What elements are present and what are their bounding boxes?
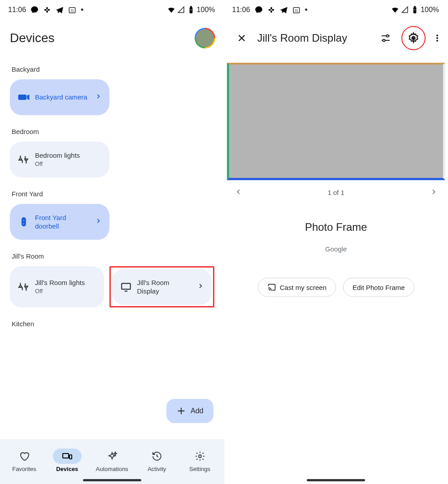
telegram-icon (280, 6, 288, 14)
signal-icon (401, 6, 409, 14)
chevron-right-icon (430, 188, 437, 195)
plus-icon (176, 406, 186, 416)
account-avatar[interactable] (195, 28, 215, 48)
telegram-icon (56, 6, 64, 14)
pager: 1 of 1 (224, 180, 448, 205)
calendar-icon: 31 (292, 6, 300, 14)
tile-state: Off (35, 160, 101, 168)
edit-photo-frame-button[interactable]: Edit Photo Frame (343, 278, 414, 297)
more-vert-icon (433, 34, 442, 43)
messenger-icon (255, 6, 263, 14)
tile-title: Jill's Room lights (35, 278, 96, 287)
status-bar: 11:06 31 • 100% (0, 0, 224, 17)
settings-button[interactable] (404, 29, 423, 48)
room-label-backyard: Backyard (12, 65, 214, 73)
home-indicator[interactable] (307, 479, 365, 481)
close-icon (237, 33, 247, 43)
nav-settings[interactable]: Settings (186, 449, 214, 472)
device-info: Photo Frame Google (224, 221, 448, 253)
device-detail-screen: 11:06 31 • 100% Jill's Room Display (224, 0, 448, 484)
messenger-icon (30, 6, 39, 14)
svg-rect-2 (47, 7, 48, 9)
room-label-frontyard: Front Yard (12, 190, 214, 198)
action-row: Cast my screen Edit Photo Frame (224, 278, 448, 297)
detail-header: Jill's Room Display (224, 17, 448, 56)
device-name: Photo Frame (224, 221, 448, 233)
header: Devices (0, 17, 224, 53)
camera-icon (18, 91, 30, 103)
heart-icon (19, 451, 30, 462)
nav-devices[interactable]: Devices (53, 449, 82, 472)
svg-rect-3 (47, 11, 48, 13)
calendar-icon: 31 (68, 6, 76, 14)
device-jills-room-lights[interactable]: Jill's Room lightsOff (10, 266, 104, 307)
svg-point-14 (199, 455, 201, 458)
svg-rect-7 (190, 6, 191, 7)
pager-prev[interactable] (235, 188, 242, 197)
tile-title: Bedroom lights (35, 151, 101, 160)
room-label-bedroom: Bedroom (12, 128, 214, 135)
slack-icon (267, 6, 275, 14)
svg-point-9 (23, 220, 24, 221)
clock: 11:06 (232, 6, 250, 14)
battery-icon (411, 6, 419, 14)
equalizer-button[interactable] (376, 29, 395, 48)
wifi-icon (391, 6, 399, 14)
add-button[interactable]: Add (166, 399, 213, 423)
detail-title: Jill's Room Display (257, 32, 370, 44)
sliders-icon (380, 33, 391, 43)
chevron-right-icon (197, 283, 204, 291)
room-label-kitchen: Kitchen (12, 320, 214, 328)
nav-favorites[interactable]: Favorites (10, 449, 39, 472)
display-icon (120, 281, 132, 293)
pager-next[interactable] (430, 188, 437, 197)
device-bedroom-lights[interactable]: Bedroom lightsOff (10, 142, 109, 177)
cast-screen-button[interactable]: Cast my screen (258, 278, 336, 297)
device-list[interactable]: Backyard Backyard camera Bedroom Bedroom… (0, 53, 224, 447)
page-title: Devices (10, 31, 55, 45)
devices-icon (62, 451, 73, 462)
battery-percent: 100% (421, 6, 439, 14)
highlight-annotation: Jill's Room Display (109, 266, 214, 307)
svg-point-27 (436, 37, 438, 39)
svg-rect-1 (48, 9, 50, 11)
device-backyard-camera[interactable]: Backyard camera (10, 79, 109, 115)
device-front-yard-doorbell[interactable]: Front Yard doorbell (10, 204, 109, 240)
svg-point-25 (412, 37, 415, 40)
signal-icon (177, 6, 185, 14)
svg-text:31: 31 (70, 9, 74, 12)
svg-rect-17 (270, 7, 272, 9)
svg-rect-16 (272, 9, 274, 11)
tile-state: Off (35, 288, 96, 295)
svg-text:31: 31 (295, 9, 298, 12)
svg-rect-13 (70, 455, 72, 459)
nav-activity[interactable]: Activity (143, 449, 171, 472)
camera-preview[interactable] (227, 63, 446, 180)
gear-icon (195, 451, 205, 462)
sparkle-icon (107, 451, 117, 462)
bottom-nav: Favorites Devices Automations Activity S… (0, 439, 224, 484)
devices-screen: 11:06 31 • 100% Devices Backyard (0, 0, 224, 484)
clock: 11:06 (8, 6, 26, 14)
device-jills-room-display[interactable]: Jill's Room Display (112, 269, 212, 305)
svg-rect-12 (63, 454, 69, 458)
home-indicator[interactable] (83, 479, 141, 481)
chevron-right-icon (95, 93, 101, 101)
overflow-menu-button[interactable] (432, 29, 443, 48)
svg-rect-22 (414, 6, 416, 7)
svg-rect-0 (44, 9, 47, 11)
lights-icon (18, 281, 30, 293)
svg-point-24 (383, 39, 385, 42)
svg-point-26 (436, 35, 438, 36)
svg-rect-15 (269, 9, 271, 11)
cast-icon (267, 283, 276, 292)
history-icon (152, 451, 162, 462)
nav-automations[interactable]: Automations (96, 449, 128, 472)
pager-label: 1 of 1 (327, 189, 344, 196)
more-notifications-dot: • (81, 6, 83, 14)
svg-rect-18 (270, 11, 272, 13)
close-button[interactable] (232, 29, 251, 48)
device-brand: Google (224, 245, 448, 253)
wifi-icon (167, 6, 175, 14)
chevron-left-icon (235, 188, 242, 195)
